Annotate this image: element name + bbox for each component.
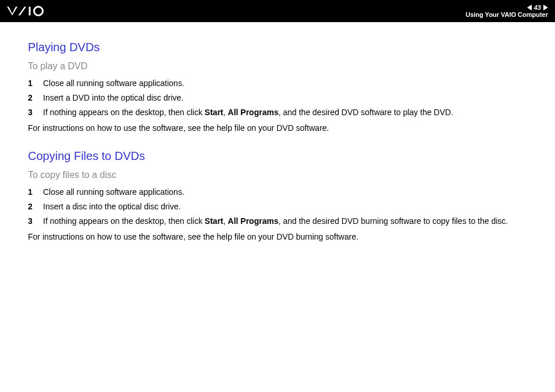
step-item: 3 If nothing appears on the desktop, the… bbox=[28, 215, 527, 227]
step-text-bold: All Programs bbox=[228, 216, 279, 226]
step-number: 2 bbox=[28, 92, 43, 104]
steps-copy-files: 1 Close all running software application… bbox=[28, 186, 527, 227]
step-item: 1 Close all running software application… bbox=[28, 186, 527, 198]
heading-copying-dvds: Copying Files to DVDs bbox=[28, 149, 527, 163]
step-number: 3 bbox=[28, 106, 43, 119]
step-text: Close all running software applications. bbox=[43, 77, 527, 90]
header-right: 43 Using Your VAIO Computer bbox=[465, 4, 548, 18]
step-item: 1 Close all running software application… bbox=[28, 77, 527, 90]
step-text-part: If nothing appears on the desktop, then … bbox=[43, 216, 205, 226]
step-text-part: If nothing appears on the desktop, then … bbox=[43, 108, 205, 117]
page-nav: 43 bbox=[527, 4, 548, 11]
section-playing-dvds: Playing DVDs To play a DVD 1 Close all r… bbox=[28, 41, 527, 134]
header-section-title: Using Your VAIO Computer bbox=[465, 11, 548, 18]
subheading-to-copy-files: To copy files to a disc bbox=[28, 170, 527, 180]
step-text-part: , and the desired DVD software to play t… bbox=[279, 108, 453, 117]
step-item: 2 Insert a DVD into the optical disc dri… bbox=[28, 92, 527, 104]
step-text-part: , bbox=[223, 216, 228, 226]
note-play-dvd: For instructions on how to use the softw… bbox=[28, 122, 527, 134]
step-item: 3 If nothing appears on the desktop, the… bbox=[28, 106, 527, 119]
step-text-bold: Start bbox=[205, 108, 223, 117]
step-number: 1 bbox=[28, 186, 43, 198]
svg-point-0 bbox=[34, 7, 43, 16]
step-text: If nothing appears on the desktop, then … bbox=[43, 215, 527, 227]
page-number: 43 bbox=[534, 4, 541, 11]
step-text-part: , and the desired DVD burning software t… bbox=[279, 216, 508, 226]
section-copying-dvds: Copying Files to DVDs To copy files to a… bbox=[28, 149, 527, 243]
subheading-to-play-dvd: To play a DVD bbox=[28, 61, 527, 72]
heading-playing-dvds: Playing DVDs bbox=[28, 41, 527, 54]
step-text: Insert a DVD into the optical disc drive… bbox=[43, 92, 527, 104]
step-item: 2 Insert a disc into the optical disc dr… bbox=[28, 201, 527, 213]
step-text: Insert a disc into the optical disc driv… bbox=[43, 201, 527, 213]
note-copy-files: For instructions on how to use the softw… bbox=[28, 231, 527, 243]
step-text: If nothing appears on the desktop, then … bbox=[43, 106, 527, 119]
step-number: 2 bbox=[28, 201, 43, 213]
vaio-logo bbox=[7, 6, 59, 16]
page-content: Playing DVDs To play a DVD 1 Close all r… bbox=[0, 22, 555, 243]
step-text-bold: All Programs bbox=[228, 108, 279, 117]
step-text-part: , bbox=[223, 108, 228, 117]
next-page-icon[interactable] bbox=[543, 5, 548, 10]
header-bar: 43 Using Your VAIO Computer bbox=[0, 0, 555, 22]
step-number: 1 bbox=[28, 77, 43, 90]
step-text: Close all running software applications. bbox=[43, 186, 527, 198]
steps-play-dvd: 1 Close all running software application… bbox=[28, 77, 527, 119]
step-number: 3 bbox=[28, 215, 43, 227]
prev-page-icon[interactable] bbox=[527, 5, 532, 10]
step-text-bold: Start bbox=[205, 216, 223, 226]
